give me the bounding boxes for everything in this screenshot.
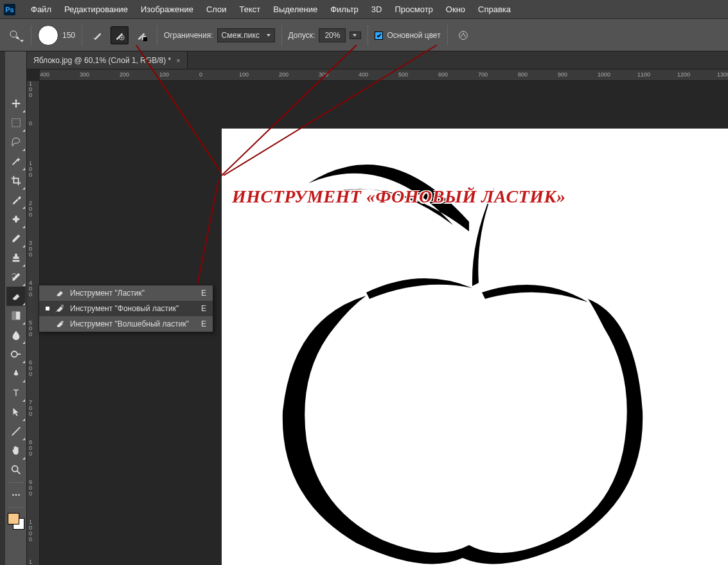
- shape-tool[interactable]: [6, 422, 26, 441]
- limits-label: Ограничения:: [164, 31, 213, 40]
- svg-point-16: [61, 305, 63, 307]
- path-select-tool[interactable]: [6, 402, 26, 422]
- pressure-icon[interactable]: [454, 26, 472, 44]
- menu-file[interactable]: Файл: [24, 2, 58, 17]
- menu-image[interactable]: Изображение: [134, 2, 200, 17]
- menu-select[interactable]: Выделение: [267, 2, 324, 17]
- move-tool[interactable]: [6, 94, 26, 113]
- menu-help[interactable]: Справка: [472, 2, 517, 17]
- svg-point-13: [12, 494, 14, 496]
- menu-layers[interactable]: Слои: [200, 2, 233, 17]
- document-tab[interactable]: Яблоко.jpg @ 60,1% (Слой 1, RGB/8) * ×: [27, 51, 188, 69]
- svg-point-12: [12, 466, 17, 472]
- gradient-tool[interactable]: [6, 306, 26, 325]
- edit-toolbar[interactable]: [6, 485, 26, 505]
- marquee-tool[interactable]: [6, 113, 26, 132]
- brush-tool[interactable]: [6, 229, 26, 248]
- hand-tool[interactable]: [6, 441, 26, 460]
- tab-title: Яблоко.jpg @ 60,1% (Слой 1, RGB/8) *: [33, 56, 171, 65]
- menu-edit[interactable]: Редактирование: [58, 2, 134, 17]
- pen-tool[interactable]: [6, 364, 26, 383]
- svg-rect-5: [12, 119, 20, 127]
- lasso-tool[interactable]: [6, 132, 26, 152]
- tolerance-input[interactable]: 20%: [319, 28, 346, 42]
- limits-select[interactable]: Смеж.пикс: [217, 28, 275, 42]
- magic-wand-tool[interactable]: [6, 152, 26, 171]
- fg-color-swatch[interactable]: [8, 513, 19, 525]
- svg-point-0: [10, 31, 17, 37]
- color-swatches[interactable]: [8, 513, 24, 530]
- history-brush-tool[interactable]: [6, 267, 26, 287]
- eyedropper-tool[interactable]: [6, 190, 26, 210]
- annotation-text: ИНСТРУМЕНТ «ФОНОВЫЙ ЛАСТИК»: [232, 186, 566, 207]
- brush-preview[interactable]: [38, 25, 58, 46]
- tolerance-drop[interactable]: [350, 31, 361, 39]
- protect-fg-label: Основной цвет: [387, 31, 440, 40]
- protect-fg-checkbox[interactable]: ✔: [375, 31, 383, 40]
- brush-size-value: 150: [62, 31, 75, 40]
- flyout-eraser[interactable]: Инструмент "Ластик" E: [39, 285, 213, 301]
- type-tool[interactable]: T: [6, 383, 26, 402]
- sample-continuous-icon[interactable]: [89, 26, 107, 44]
- stamp-tool[interactable]: [6, 248, 26, 267]
- svg-text:T: T: [13, 388, 19, 398]
- ruler-horizontal: 4003002001000100200300400500600700800900…: [40, 69, 728, 81]
- ruler-vertical: 1 0 001 0 02 0 03 0 04 0 05 0 06 0 07 0 …: [27, 81, 40, 565]
- options-bar: 150 Ограничения: Смеж.пикс Допуск: 20% ✔…: [0, 19, 728, 51]
- svg-point-14: [15, 494, 17, 496]
- menubar: Ps Файл Редактирование Изображение Слои …: [0, 0, 728, 19]
- blur-tool[interactable]: [6, 325, 26, 345]
- svg-rect-9: [12, 312, 15, 320]
- tool-preset-picker[interactable]: [5, 26, 24, 45]
- eraser-flyout-menu: Инструмент "Ластик" E Инструмент "Фоновы…: [39, 285, 213, 332]
- menu-view[interactable]: Просмотр: [388, 2, 439, 17]
- svg-rect-7: [15, 216, 17, 223]
- menu-text[interactable]: Текст: [233, 2, 267, 17]
- menu-3d[interactable]: 3D: [365, 2, 389, 17]
- menu-filter[interactable]: Фильтр: [324, 2, 365, 17]
- flyout-bg-eraser[interactable]: Инструмент "Фоновый ластик" E: [39, 301, 213, 316]
- apple-drawing: [254, 148, 671, 565]
- zoom-tool[interactable]: [6, 460, 26, 480]
- dodge-tool[interactable]: [6, 345, 26, 364]
- eraser-tool[interactable]: [6, 287, 26, 306]
- svg-point-10: [11, 352, 17, 357]
- app-logo: Ps: [4, 4, 15, 15]
- sample-once-icon[interactable]: [111, 26, 129, 44]
- flyout-magic-eraser[interactable]: Инструмент "Волшебный ластик" E: [39, 316, 213, 332]
- tolerance-label: Допуск:: [289, 31, 315, 40]
- toolbar: T: [5, 51, 27, 565]
- svg-point-15: [18, 494, 20, 496]
- sample-swatch-icon[interactable]: [132, 26, 150, 44]
- tab-close-icon[interactable]: ×: [176, 57, 180, 64]
- tab-bar: Яблоко.jpg @ 60,1% (Слой 1, RGB/8) * ×: [27, 51, 728, 69]
- healing-tool[interactable]: [6, 210, 26, 229]
- crop-tool[interactable]: [6, 171, 26, 190]
- menu-window[interactable]: Окно: [439, 2, 472, 17]
- svg-rect-3: [143, 37, 147, 41]
